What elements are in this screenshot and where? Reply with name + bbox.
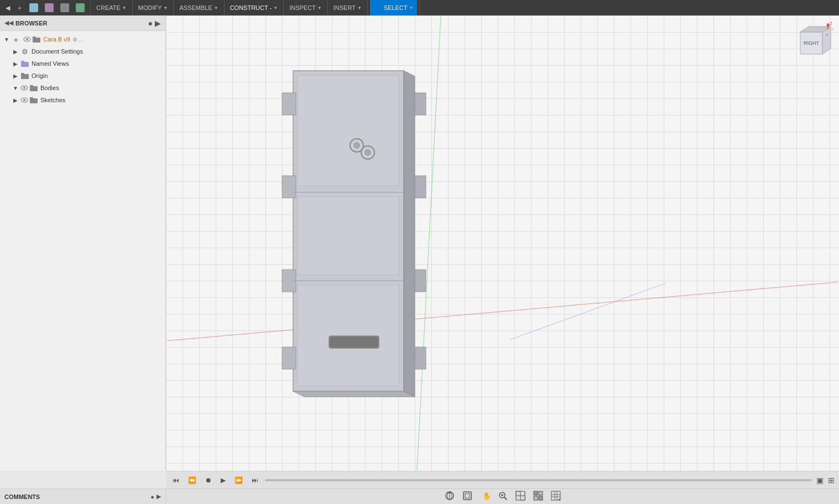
construct-btn[interactable]: CONSTRUCT - ▼ (227, 0, 282, 15)
folder-icon-cara (32, 35, 41, 44)
folder-icon-bodies (29, 83, 39, 92)
display-mode-btn[interactable] (531, 489, 545, 504)
timeline-step-fwd-btn[interactable]: ⏩ (232, 475, 245, 485)
comments-label: COMMENTS (4, 494, 148, 500)
toolbar-icon2[interactable] (41, 0, 57, 15)
svg-marker-37 (293, 391, 415, 397)
svg-rect-2 (33, 38, 40, 43)
tree-arrow-origin: ▶ (11, 73, 20, 79)
tree-item-cara[interactable]: ▼ ◈ Cara B v9 ⚙ … (0, 33, 165, 45)
svg-rect-10 (30, 86, 38, 91)
tree-item-named-views[interactable]: ▶ Named Views (0, 57, 165, 70)
svg-rect-52 (465, 494, 470, 498)
timeline-play-btn[interactable]: ▶ (218, 475, 228, 485)
svg-text:✋: ✋ (482, 491, 490, 501)
cara-dots: … (79, 36, 84, 43)
toolbar-construct-group: CONSTRUCT - ▼ (225, 0, 284, 15)
toolbar-icon1[interactable] (26, 0, 41, 15)
svg-line-55 (504, 497, 507, 500)
tree-item-bodies[interactable]: ▼ Bodies (0, 82, 165, 94)
tree-arrow-bodies: ▼ (11, 85, 20, 91)
tree-item-document-settings[interactable]: ▶ ⚙ Document Settings (0, 45, 165, 57)
tree-label-bodies: Bodies (40, 85, 59, 91)
comments-settings-btn[interactable]: ● (150, 494, 154, 500)
timeline-end-btn[interactable]: ⏭ (249, 475, 260, 485)
viewport-tools: ✋ (166, 489, 839, 504)
tree-arrow-docsettings: ▶ (11, 49, 20, 55)
select-btn[interactable]: SELECT ▼ (370, 0, 417, 15)
folder-icon-sketches (29, 96, 39, 104)
tree-icon-cara: ◈ (11, 35, 21, 44)
toolbar-select-group: SELECT ▼ (368, 0, 420, 15)
svg-rect-60 (520, 496, 525, 500)
inspect-btn[interactable]: INSPECT ▼ (286, 0, 325, 15)
toolbar-icon3[interactable] (57, 0, 72, 15)
svg-rect-15 (30, 97, 33, 99)
modify-label: MODIFY (138, 4, 162, 11)
svg-rect-29 (298, 285, 399, 386)
cara-settings-icon: ⚙ (72, 36, 77, 43)
svg-rect-20 (282, 347, 296, 369)
pan-tool-btn[interactable]: ✋ (478, 489, 492, 504)
browser-settings-btn[interactable]: ● (148, 19, 153, 28)
toolbar-inspect-group: INSPECT ▼ (284, 0, 328, 15)
toolbar-back-btn[interactable]: ◀ (2, 0, 13, 15)
toolbar-add-btn[interactable]: ＋ (13, 0, 26, 15)
z-axis-line (510, 282, 666, 340)
insert-btn[interactable]: INSERT ▼ (330, 0, 365, 15)
tree-item-origin[interactable]: ▶ Origin (0, 70, 165, 82)
toolbar-left-icons: ◀ ＋ (0, 0, 91, 15)
timeline-step-back-btn[interactable]: ⏪ (186, 475, 199, 485)
toolbar-create-group: CREATE ▼ (91, 0, 133, 15)
svg-point-1 (26, 38, 28, 40)
svg-rect-64 (539, 496, 543, 500)
browser-expand-btn[interactable]: ▶ (155, 19, 161, 28)
svg-point-9 (23, 87, 25, 89)
svg-rect-17 (282, 93, 296, 115)
modify-arrow: ▼ (164, 6, 168, 11)
view-options-btn[interactable] (514, 489, 527, 504)
modify-btn[interactable]: MODIFY ▼ (135, 0, 171, 15)
assemble-btn[interactable]: ASSEMBLE ▼ (176, 0, 221, 15)
svg-rect-4 (21, 62, 29, 67)
svg-rect-27 (298, 75, 399, 186)
svg-text:+: + (831, 27, 833, 30)
insert-arrow: ▼ (357, 6, 362, 11)
axis-lines (166, 15, 839, 471)
timeline-rewind-btn[interactable]: ⏮ (170, 475, 181, 485)
svg-rect-5 (21, 61, 24, 62)
timeline-layout-btn1[interactable]: ▣ (816, 476, 824, 485)
tree-arrow-namedviews: ▶ (11, 61, 20, 67)
svg-text:Z: Z (830, 22, 832, 25)
fit-tool-btn[interactable] (461, 489, 474, 504)
timeline-record-btn[interactable]: ⏺ (203, 475, 214, 485)
eye-icon-cara (23, 35, 32, 44)
inspect-arrow: ▼ (317, 6, 322, 11)
tree-label-origin: Origin (32, 72, 48, 79)
create-btn[interactable]: CREATE ▼ (93, 0, 130, 15)
eye-icon-sketches[interactable] (20, 96, 29, 104)
orbit-tool-btn[interactable] (443, 489, 456, 504)
browser-panel: ◀◀ BROWSER ● ▶ ▼ ◈ Cara B v9 ⚙ … ▶ ⚙ (0, 15, 166, 471)
toolbar-insert-group: INSERT ▼ (328, 0, 368, 15)
svg-rect-3 (33, 36, 36, 38)
main-viewport[interactable]: RIGHT Z + Y (166, 15, 839, 471)
svg-point-33 (365, 150, 371, 155)
select-label: SELECT (384, 4, 408, 11)
eye-icon-bodies[interactable] (20, 83, 29, 92)
insert-label: INSERT (333, 4, 356, 11)
timeline-track[interactable] (265, 479, 812, 481)
folder-icon-namedviews (20, 59, 30, 68)
grid-btn[interactable] (549, 489, 562, 504)
tree-item-sketches[interactable]: ▶ Sketches (0, 94, 165, 106)
svg-marker-70 (558, 498, 560, 500)
viewcube[interactable]: RIGHT Z + Y (789, 21, 833, 65)
timeline-layout-btn2[interactable]: ⊞ (828, 476, 835, 485)
svg-rect-11 (30, 85, 33, 87)
tree-arrow-sketches: ▶ (11, 97, 20, 103)
zoom-tool-btn[interactable] (496, 489, 509, 504)
x-axis-line (167, 282, 837, 341)
comments-expand-btn[interactable]: ▶ (157, 493, 161, 500)
toolbar-icon4[interactable] (72, 0, 88, 15)
svg-point-13 (23, 99, 25, 101)
